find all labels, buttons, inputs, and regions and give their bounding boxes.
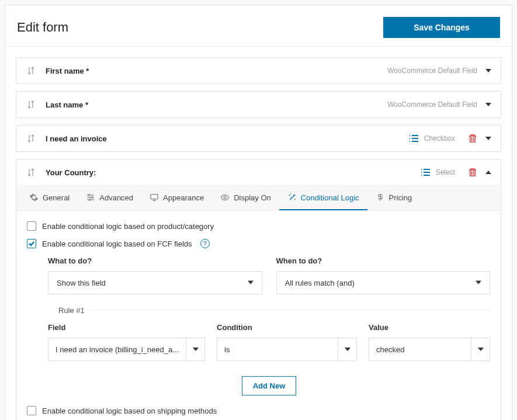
- list-icon: [409, 134, 418, 143]
- tab-label: Display On: [234, 193, 271, 202]
- svg-point-12: [88, 195, 90, 196]
- chevron-down-icon: [338, 338, 356, 360]
- help-icon[interactable]: ?: [200, 239, 210, 248]
- field-type-label: WooCommerce Default Field: [387, 67, 477, 75]
- field-name-label: I need an invoice: [46, 134, 409, 143]
- rule-field-select[interactable]: I need an invoice (billing_i_need_a...: [48, 338, 205, 361]
- page-title: Edit form: [17, 20, 68, 35]
- magic-wand-icon: [287, 193, 297, 202]
- select-value: checked: [369, 338, 471, 360]
- rule-condition-select[interactable]: is: [217, 338, 357, 361]
- drag-handle-icon[interactable]: [26, 99, 36, 110]
- enable-fcf-label: Enable conditional logic based on FCF fi…: [42, 239, 192, 248]
- svg-point-18: [89, 199, 91, 201]
- chevron-down-icon: [476, 279, 481, 287]
- chevron-down-icon[interactable]: [485, 100, 491, 109]
- field-row-expanded: Your Country: Select General: [16, 159, 501, 420]
- enable-product-label: Enable conditional logic based on produc…: [42, 222, 214, 231]
- enable-fcf-checkbox[interactable]: [27, 239, 36, 248]
- field-type-label: Checkbox: [424, 134, 455, 143]
- drag-handle-icon[interactable]: [26, 167, 36, 178]
- field-head[interactable]: Your Country: Select: [16, 159, 501, 185]
- enable-fcf-row: Enable conditional logic based on FCF fi…: [27, 239, 490, 248]
- tab-label: Appearance: [163, 193, 204, 202]
- eye-icon: [220, 193, 230, 202]
- chevron-up-icon[interactable]: [485, 168, 491, 177]
- conditional-logic-settings: Enable conditional logic based on produc…: [16, 211, 501, 420]
- fields-list: First name * WooCommerce Default Field L…: [5, 47, 512, 420]
- select-value: I need an invoice (billing_i_need_a...: [48, 338, 186, 360]
- chevron-down-icon: [248, 279, 254, 287]
- enable-shipping-row: Enable conditional logic based on shippi…: [27, 406, 490, 415]
- field-name-label: Last name *: [46, 100, 387, 109]
- sliders-icon: [86, 193, 95, 202]
- chevron-down-icon: [186, 338, 204, 360]
- tab-display-on[interactable]: Display On: [212, 186, 279, 210]
- field-type-label: WooCommerce Default Field: [387, 100, 477, 109]
- drag-handle-icon[interactable]: [26, 133, 36, 144]
- enable-shipping-label: Enable conditional logic based on shippi…: [42, 407, 217, 415]
- tab-pricing[interactable]: Pricing: [367, 186, 421, 210]
- add-new-rule-button[interactable]: Add New: [242, 376, 297, 395]
- conditional-options: What to do? Show this field When to do?: [27, 256, 490, 395]
- list-icon: [421, 168, 430, 176]
- field-row: First name * WooCommerce Default Field: [16, 57, 501, 84]
- rule-condition-label: Condition: [217, 323, 357, 332]
- tab-appearance[interactable]: Appearance: [141, 186, 212, 210]
- save-changes-button[interactable]: Save Changes: [383, 17, 500, 38]
- field-head[interactable]: I need an invoice Checkbox: [16, 126, 501, 151]
- chevron-down-icon[interactable]: [485, 134, 491, 143]
- tab-conditional-logic[interactable]: Conditional Logic: [279, 186, 367, 210]
- tab-label: Pricing: [389, 193, 412, 202]
- what-to-do-label: What to do?: [48, 256, 262, 265]
- field-row: I need an invoice Checkbox: [16, 125, 501, 152]
- enable-product-checkbox[interactable]: [27, 221, 36, 231]
- enable-product-row: Enable conditional logic based on produc…: [27, 221, 490, 231]
- rule-value-select[interactable]: checked: [369, 338, 490, 361]
- field-head[interactable]: First name * WooCommerce Default Field: [16, 58, 501, 84]
- tab-label: General: [43, 193, 70, 202]
- select-value: Show this field: [57, 279, 106, 287]
- field-name-label: Your Country:: [46, 168, 421, 177]
- gear-icon: [29, 193, 39, 202]
- select-value: All rules match (and): [285, 279, 355, 287]
- select-value: is: [217, 338, 338, 360]
- field-row: Last name * WooCommerce Default Field: [16, 91, 501, 118]
- dollar-icon: [376, 193, 385, 202]
- enable-shipping-checkbox[interactable]: [27, 406, 36, 415]
- rule-fieldset: Rule #1 Field I need an invoice (billing…: [48, 306, 490, 370]
- svg-point-15: [92, 197, 93, 199]
- when-to-do-select[interactable]: All rules match (and): [276, 271, 491, 294]
- field-name-label: First name *: [46, 67, 387, 75]
- panel-header: Edit form Save Changes: [5, 5, 512, 47]
- field-head[interactable]: Last name * WooCommerce Default Field: [16, 92, 501, 117]
- chevron-down-icon[interactable]: [485, 67, 491, 75]
- tab-label: Conditional Logic: [301, 193, 359, 202]
- tab-label: Advanced: [99, 193, 133, 202]
- edit-form-panel: Edit form Save Changes First name * WooC…: [5, 5, 512, 420]
- tab-general[interactable]: General: [21, 186, 78, 210]
- svg-rect-21: [151, 195, 158, 199]
- tab-advanced[interactable]: Advanced: [78, 186, 141, 210]
- monitor-icon: [150, 193, 159, 202]
- rule-field-label: Field: [48, 323, 205, 332]
- rule-value-label: Value: [369, 323, 490, 332]
- drag-handle-icon[interactable]: [26, 65, 36, 76]
- delete-field-button[interactable]: [468, 168, 477, 177]
- when-to-do-label: When to do?: [276, 256, 491, 265]
- field-type-label: Select: [436, 168, 455, 176]
- what-to-do-select[interactable]: Show this field: [48, 271, 262, 294]
- chevron-down-icon: [471, 338, 490, 360]
- field-settings-tabs: General Advanced Appearance: [16, 185, 501, 211]
- delete-field-button[interactable]: [468, 134, 477, 143]
- svg-point-24: [224, 196, 226, 199]
- rule-legend: Rule #1: [48, 306, 89, 315]
